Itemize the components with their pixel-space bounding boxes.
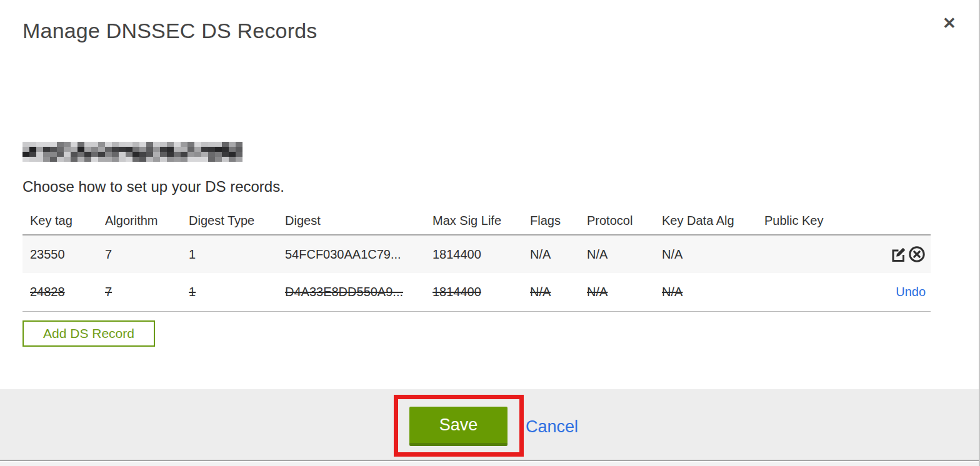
- cell-max-sig-life: 1814400: [432, 285, 530, 299]
- col-header-digest: Digest: [285, 214, 432, 228]
- cell-digest-type: 1: [189, 247, 285, 262]
- edit-icon[interactable]: [890, 245, 908, 263]
- table-header-row: Key tag Algorithm Digest Type Digest Max…: [22, 207, 931, 234]
- cell-algorithm: 7: [105, 285, 189, 299]
- add-ds-record-button[interactable]: Add DS Record: [22, 320, 155, 347]
- cell-digest-type: 1: [189, 285, 285, 299]
- col-header-flags: Flags: [530, 214, 587, 228]
- delete-icon[interactable]: [908, 245, 926, 263]
- col-header-max-sig-life: Max Sig Life: [432, 214, 530, 228]
- cell-key-data-alg: N/A: [662, 247, 764, 262]
- cell-algorithm: 7: [105, 247, 189, 262]
- cell-protocol: N/A: [587, 247, 662, 262]
- cell-digest: 54FCF030AA1C79...: [285, 247, 432, 262]
- table-row: 23550 7 1 54FCF030AA1C79... 1814400 N/A …: [22, 234, 931, 273]
- cell-max-sig-life: 1814400: [432, 247, 530, 262]
- col-header-key-tag: Key tag: [30, 214, 105, 228]
- modal-footer: Save Cancel: [0, 389, 980, 461]
- col-header-digest-type: Digest Type: [189, 214, 285, 228]
- save-button[interactable]: Save: [409, 407, 508, 446]
- col-header-algorithm: Algorithm: [105, 214, 189, 228]
- cancel-link[interactable]: Cancel: [526, 417, 578, 437]
- redacted-domain: [22, 142, 242, 162]
- cell-digest: D4A33E8DD550A9...: [285, 285, 432, 299]
- cell-key-tag: 24828: [30, 285, 105, 299]
- cell-key-data-alg: N/A: [662, 285, 764, 299]
- table-instructions: Choose how to set up your DS records.: [22, 178, 284, 196]
- col-header-protocol: Protocol: [587, 214, 662, 228]
- row-actions: [857, 245, 926, 263]
- page-title: Manage DNSSEC DS Records: [22, 19, 318, 43]
- col-header-key-data-alg: Key Data Alg: [662, 214, 764, 228]
- undo-link[interactable]: Undo: [896, 285, 926, 299]
- col-header-public-key: Public Key: [764, 214, 857, 228]
- dnssec-modal: Manage DNSSEC DS Records ✕ Choose how to…: [0, 0, 980, 466]
- close-icon[interactable]: ✕: [939, 12, 960, 34]
- cell-flags: N/A: [530, 247, 587, 262]
- cell-protocol: N/A: [587, 285, 662, 299]
- cell-flags: N/A: [530, 285, 587, 299]
- table-row-deleted: 24828 7 1 D4A33E8DD550A9... 1814400 N/A …: [22, 273, 931, 312]
- ds-records-table: Key tag Algorithm Digest Type Digest Max…: [22, 207, 931, 312]
- cell-key-tag: 23550: [30, 247, 105, 262]
- page-behind-strip: [0, 462, 980, 466]
